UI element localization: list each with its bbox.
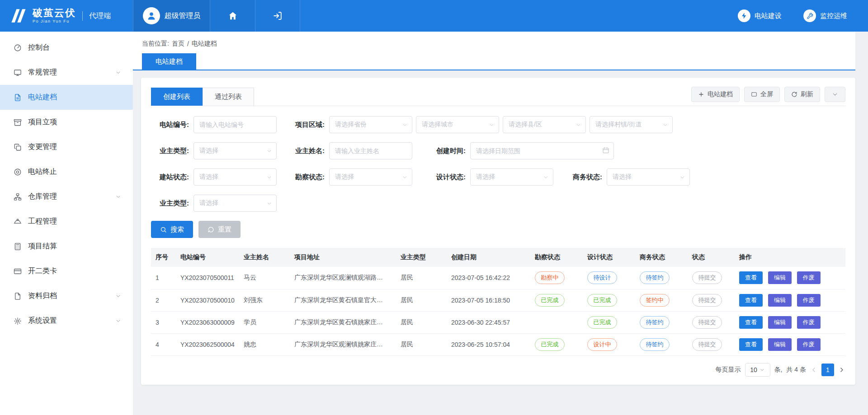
status-badge: 已完成 (535, 294, 565, 307)
nav-monitor-ops[interactable]: 监控运维 (803, 9, 847, 22)
per-page-value: 10 (750, 366, 757, 373)
chevron-down-icon (266, 174, 272, 180)
dashboard-icon (14, 44, 22, 52)
cell-date: 2023-06-30 22:45:57 (447, 311, 530, 333)
sidebar-item-label: 项目结算 (28, 242, 57, 251)
sidebar-item-system-settings[interactable]: 系统设置 (0, 308, 133, 333)
filter-row-2: 业主类型: 请选择 业主姓名: 创建时间: (151, 142, 845, 159)
cell-type: 居民 (396, 333, 447, 355)
build-status-label: 建站状态: (151, 173, 189, 182)
sidebar-item-console[interactable]: 控制台 (0, 35, 133, 60)
date-range-input[interactable] (470, 142, 614, 159)
home-button[interactable] (210, 0, 255, 32)
sidebar-item-engineering-mgmt[interactable]: 工程管理 (0, 209, 133, 234)
sidebar-item-general-mgmt[interactable]: 常规管理 (0, 60, 133, 85)
filter-owner-name: 业主姓名: (287, 142, 412, 159)
station-no-input[interactable] (193, 116, 277, 133)
cell-owner: 马云 (239, 267, 290, 289)
edit-button[interactable]: 编辑 (768, 316, 792, 329)
void-button[interactable]: 作废 (797, 338, 821, 351)
owner-type-select[interactable]: 请选择 (193, 142, 277, 159)
filter-create-time: 创建时间: (428, 142, 614, 159)
status-badge: 待签约 (640, 338, 670, 351)
town-select[interactable]: 请选择村镇/街道 (590, 116, 673, 133)
tab-create-list[interactable]: 创建列表 (151, 88, 203, 106)
nav-station-build[interactable]: 电站建设 (738, 9, 782, 22)
sidebar-item-open-card[interactable]: 开二类卡 (0, 259, 133, 284)
owner-type2-select[interactable]: 请选择 (193, 195, 277, 212)
design-status-select[interactable]: 请选择 (470, 168, 553, 186)
cell-status: 待提交 (688, 333, 735, 355)
brand-title: 破茧云伏 (33, 8, 76, 18)
sidebar-item-label: 系统设置 (28, 316, 57, 326)
stations-table: 序号 电站编号 业主姓名 项目地址 业主类型 创建日期 勘察状态 设计状态 商务… (151, 248, 845, 356)
chevron-down-icon (543, 174, 549, 180)
search-button[interactable]: 搜索 (151, 221, 193, 238)
void-button[interactable]: 作废 (797, 271, 821, 284)
tab-passed-list[interactable]: 通过列表 (203, 88, 254, 106)
refresh-button[interactable]: 刷新 (784, 87, 820, 102)
sidebar-item-change-mgmt[interactable]: 变更管理 (0, 135, 133, 159)
view-button[interactable]: 查看 (739, 316, 763, 329)
view-button[interactable]: 查看 (739, 294, 763, 307)
page-tab[interactable]: 电站建档 (142, 53, 196, 70)
city-select-value: 请选择城市 (422, 121, 453, 129)
owner-name-input[interactable] (329, 142, 412, 159)
col-header: 设计状态 (583, 248, 635, 267)
chevron-down-icon (402, 122, 408, 128)
next-page-button[interactable] (838, 366, 845, 373)
void-button[interactable]: 作废 (797, 316, 821, 329)
business-status-select[interactable]: 请选择 (607, 168, 690, 186)
sidebar-item-station-terminate[interactable]: 电站终止 (0, 159, 133, 184)
cell-business: 待签约 (635, 267, 688, 289)
col-header: 状态 (688, 248, 735, 267)
plus-icon (698, 91, 704, 98)
town-select-value: 请选择村镇/街道 (595, 121, 642, 129)
filter-build-status: 建站状态: 请选择 (151, 168, 277, 186)
brand-text: 破茧云伏 Po Jian Yun Fu (33, 8, 76, 24)
cell-actions: 查看 编辑 作废 (735, 267, 845, 289)
table-row: 2 YX2023070500010 刘强东 广东深圳龙华区黄石镇皇官大… 居民 … (151, 289, 845, 311)
edit-button[interactable]: 编辑 (768, 338, 792, 351)
sidebar-item-station-archive[interactable]: 电站建档 (0, 85, 133, 110)
col-header: 项目地址 (290, 248, 396, 267)
fullscreen-label: 全屏 (760, 90, 773, 98)
sidebar-item-warehouse-mgmt[interactable]: 仓库管理 (0, 184, 133, 209)
create-station-button[interactable]: 电站建档 (691, 87, 740, 102)
logout-button[interactable] (255, 0, 300, 32)
cell-design: 待设计 (583, 267, 635, 289)
page-number[interactable]: 1 (821, 364, 834, 376)
survey-status-select-value: 请选择 (335, 173, 354, 181)
view-button[interactable]: 查看 (739, 271, 763, 284)
status-badge: 待提交 (692, 338, 722, 351)
view-button[interactable]: 查看 (739, 338, 763, 351)
filter-survey-status: 勘察状态: 请选择 (287, 168, 412, 186)
user-menu[interactable]: 超级管理员 (133, 0, 210, 32)
prev-page-button[interactable] (810, 366, 817, 373)
sidebar-item-project-settlement[interactable]: 项目结算 (0, 234, 133, 259)
collapse-toolbar-button[interactable] (825, 87, 845, 102)
sidebar-item-project-initiation[interactable]: 项目立项 (0, 110, 133, 135)
build-status-select[interactable]: 请选择 (193, 168, 277, 186)
edit-button[interactable]: 编辑 (768, 271, 792, 284)
edit-button[interactable]: 编辑 (768, 294, 792, 307)
reset-button[interactable]: 重置 (198, 221, 241, 238)
city-select[interactable]: 请选择城市 (416, 116, 499, 133)
table-row: 3 YX2023063000009 学员 广东深圳龙华区黄石镇姚家庄… 居民 2… (151, 311, 845, 333)
breadcrumb-home-link[interactable]: 首页 (172, 40, 184, 48)
create-time-label: 创建时间: (428, 147, 466, 155)
sidebar-item-data-archive[interactable]: 资料归档 (0, 284, 133, 308)
col-header: 业主类型 (396, 248, 447, 267)
county-select[interactable]: 请选择县/区 (503, 116, 586, 133)
status-badge: 待签约 (640, 271, 670, 284)
per-page-select[interactable]: 10 (745, 363, 770, 377)
void-button[interactable]: 作废 (797, 294, 821, 307)
cell-survey: 勘察中 (530, 267, 583, 289)
status-badge: 待设计 (587, 271, 617, 284)
owner-type2-label: 业主类型: (151, 199, 189, 208)
fullscreen-button[interactable]: 全屏 (744, 87, 780, 102)
business-status-select-value: 请选择 (613, 173, 632, 181)
refresh-label: 刷新 (801, 90, 813, 98)
survey-status-select[interactable]: 请选择 (329, 168, 412, 186)
province-select[interactable]: 请选择省份 (329, 116, 412, 133)
